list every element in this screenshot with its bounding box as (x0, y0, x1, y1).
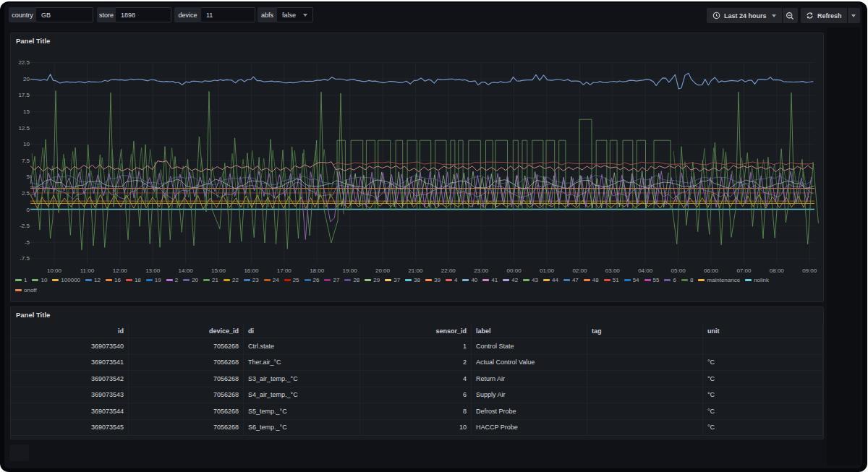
svg-text:11:00: 11:00 (80, 267, 95, 274)
svg-text:17:00: 17:00 (277, 267, 292, 274)
svg-text:15: 15 (23, 108, 30, 115)
svg-text:-7.5: -7.5 (20, 255, 30, 262)
svg-text:09:00: 09:00 (802, 267, 817, 274)
svg-text:02:00: 02:00 (572, 267, 587, 274)
svg-text:00:00: 00:00 (507, 267, 522, 274)
svg-text:23:00: 23:00 (474, 267, 489, 274)
svg-text:-2.5: -2.5 (20, 223, 30, 229)
svg-text:10: 10 (23, 141, 30, 147)
svg-text:19:00: 19:00 (343, 267, 358, 274)
svg-text:2.5: 2.5 (22, 190, 30, 197)
svg-text:12.5: 12.5 (18, 125, 30, 132)
svg-text:05:00: 05:00 (671, 267, 686, 274)
svg-text:-5: -5 (25, 239, 30, 246)
svg-text:13:00: 13:00 (145, 267, 161, 274)
svg-text:7.5: 7.5 (22, 158, 30, 164)
svg-text:14:00: 14:00 (179, 267, 194, 274)
svg-text:17.5: 17.5 (18, 92, 30, 98)
svg-text:0: 0 (27, 207, 30, 213)
svg-text:22:00: 22:00 (441, 267, 456, 274)
svg-text:12:00: 12:00 (113, 267, 128, 274)
svg-text:22.5: 22.5 (18, 59, 30, 66)
svg-text:20:00: 20:00 (375, 267, 391, 274)
svg-text:07:00: 07:00 (736, 267, 752, 274)
svg-text:21:00: 21:00 (408, 267, 423, 274)
svg-text:5: 5 (27, 173, 30, 180)
svg-text:06:00: 06:00 (704, 267, 719, 274)
svg-text:10:00: 10:00 (47, 267, 62, 274)
svg-text:03:00: 03:00 (605, 267, 621, 274)
svg-text:16:00: 16:00 (244, 267, 259, 274)
svg-text:18:00: 18:00 (310, 267, 325, 274)
svg-text:15:00: 15:00 (211, 267, 226, 274)
svg-text:01:00: 01:00 (540, 267, 555, 274)
svg-text:04:00: 04:00 (638, 267, 653, 274)
svg-text:08:00: 08:00 (770, 267, 785, 274)
svg-text:20: 20 (23, 76, 30, 82)
